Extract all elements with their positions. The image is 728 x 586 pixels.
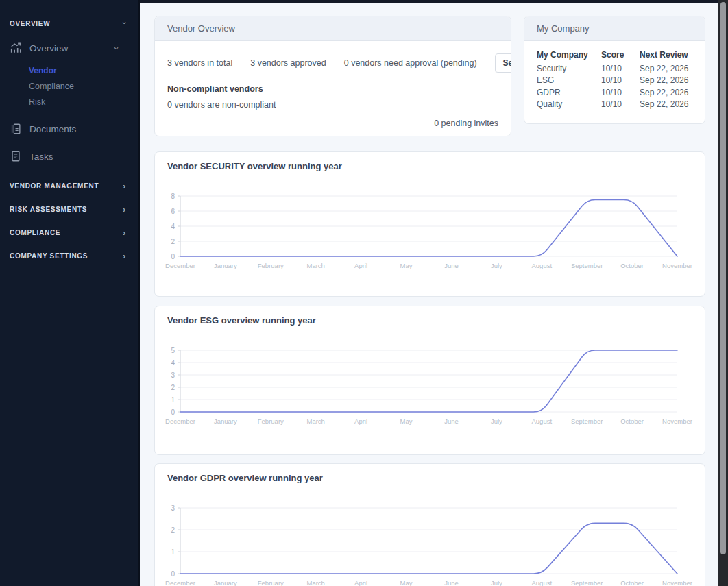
x-tick-label: April [354,579,367,586]
cell-next-review: Sep 22, 2026 [640,75,692,87]
pending-invites-text: 0 pending invites [167,119,498,128]
sidebar-item-vendor[interactable]: Vendor [29,66,138,75]
gdpr-chart-card: Vendor GDPR overview running year 0123De… [154,463,705,586]
cell-category: ESG [537,75,601,87]
gdpr-chart-title: Vendor GDPR overview running year [155,464,705,483]
esg-line-chart: 012345DecemberJanuaryFebruaryMarchAprilM… [167,343,694,435]
x-tick-label: July [491,579,502,586]
y-tick-label: 5 [171,347,175,354]
x-tick-label: January [214,579,237,586]
x-tick-label: February [258,417,284,425]
table-row: GDPR 10/10 Sep 22, 2026 [537,86,692,99]
sidebar-item-tasks[interactable]: Tasks [0,149,138,163]
stat-vendors-approved: 3 vendors approved [250,58,326,68]
x-tick-label: March [306,579,324,586]
x-tick-label: July [491,417,502,425]
y-tick-label: 4 [171,359,175,367]
non-compliant-vendors-text: 0 vendors are non-compliant [167,100,498,110]
security-line-chart: 02468DecemberJanuaryFebruaryMarchAprilMa… [167,189,694,280]
y-tick-label: 6 [171,208,175,215]
x-tick-label: February [258,579,284,586]
vendor-overview-title: Vendor Overview [167,23,235,34]
x-tick-label: October [620,417,644,425]
y-tick-label: 2 [171,384,175,391]
chevron-right-icon: › [123,251,126,261]
sidebar-item-compliance[interactable]: Compliance [29,82,138,91]
bar-chart-icon [10,42,22,54]
x-tick-label: November [662,417,692,425]
cell-category: GDPR [537,86,601,99]
sidebar-section-compliance-label: COMPLIANCE [10,229,60,236]
chevron-right-icon: › [123,181,126,191]
vendor-overview-card: Vendor Overview 3 vendors in total 3 ven… [154,16,511,136]
y-tick-label: 1 [171,548,175,556]
y-tick-label: 8 [171,193,175,200]
chevron-down-icon: › [121,22,129,25]
table-row: Quality 10/10 Sep 22, 2026 [537,99,692,111]
chevron-right-icon: › [123,204,126,215]
vertical-scrollbar-track[interactable] [718,0,728,586]
x-tick-label: October [620,262,644,269]
x-tick-label: December [165,579,195,586]
x-tick-label: June [444,579,459,586]
table-row: ESG 10/10 Sep 22, 2026 [537,75,692,87]
line-series [180,523,677,574]
cell-next-review: Sep 22, 2026 [640,86,692,99]
stat-vendors-total: 3 vendors in total [167,58,232,68]
y-tick-label: 1 [171,396,175,404]
cell-next-review: Sep 22, 2026 [640,62,692,75]
sidebar-overview-sublist: Vendor Compliance Risk [29,66,138,107]
cell-score: 10/10 [601,75,640,87]
cell-category: Quality [537,99,601,111]
documents-icon [10,123,22,135]
see-pending-button[interactable]: See pending [495,53,511,73]
sidebar-item-risk[interactable]: Risk [29,97,138,107]
x-tick-label: March [306,417,324,425]
sidebar-section-company-settings[interactable]: COMPANY SETTINGS › [0,251,138,260]
column-header-score: Score [601,50,640,62]
my-company-card: My Company My Company Score Next Review … [524,16,705,124]
sidebar-section-overview-label: OVERVIEW [10,20,50,27]
main-content: Vendor Overview 3 vendors in total 3 ven… [140,0,718,586]
sidebar-section-overview[interactable]: OVERVIEW › [0,19,138,28]
tasks-icon [10,150,22,162]
column-header-my-company: My Company [537,50,601,62]
sidebar-section-company-settings-label: COMPANY SETTINGS [10,252,88,260]
non-compliant-vendors-title: Non-compliant vendors [167,84,498,94]
sidebar-section-risk-assessments[interactable]: RISK ASSESSMENTS › [0,204,138,214]
sidebar-item-overview[interactable]: Overview › [0,41,138,55]
stat-vendors-pending: 0 vendors need approval (pending) [344,58,477,68]
y-tick-label: 3 [171,504,175,512]
x-tick-label: January [214,417,237,425]
y-tick-label: 0 [171,408,175,416]
sidebar-item-documents[interactable]: Documents [0,122,138,136]
esg-chart-card: Vendor ESG overview running year 012345D… [154,306,705,455]
x-tick-label: May [400,417,413,425]
line-series [180,200,677,257]
table-row: Security 10/10 Sep 22, 2026 [537,62,692,75]
x-tick-label: June [444,262,459,269]
vertical-scrollbar-thumb[interactable] [720,2,726,554]
y-tick-label: 4 [171,223,175,230]
x-tick-label: April [354,262,367,269]
x-tick-label: January [214,262,237,269]
sidebar-section-compliance[interactable]: COMPLIANCE › [0,228,138,237]
gdpr-line-chart: 0123DecemberJanuaryFebruaryMarchAprilMay… [167,501,694,586]
x-tick-label: September [571,417,603,425]
sidebar-item-tasks-label: Tasks [29,151,118,162]
x-tick-label: March [306,262,324,269]
my-company-table: My Company Score Next Review Security 10… [537,50,692,110]
x-tick-label: December [165,417,195,425]
x-tick-label: September [571,262,603,269]
x-tick-label: December [165,262,195,269]
y-tick-label: 0 [171,253,175,260]
y-tick-label: 3 [171,371,175,379]
sidebar-section-vendor-management[interactable]: VENDOR MANAGEMENT › [0,181,138,191]
x-tick-label: October [620,579,644,586]
column-header-next-review: Next Review [640,50,692,62]
security-chart-card: Vendor SECURITY overview running year 02… [154,151,705,297]
cell-score: 10/10 [601,86,640,99]
x-tick-label: August [532,262,553,269]
y-tick-label: 2 [171,238,175,245]
sidebar-item-overview-label: Overview [29,43,108,53]
